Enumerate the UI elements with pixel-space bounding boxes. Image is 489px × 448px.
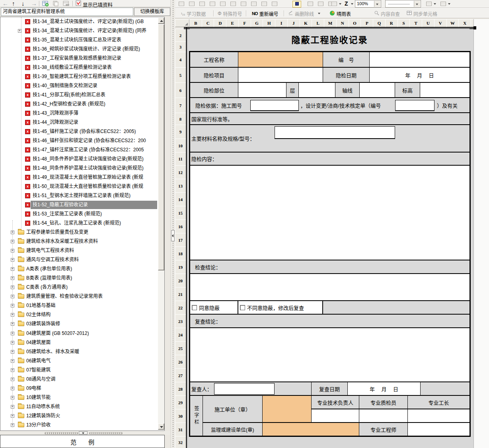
row-header[interactable]: 25 xyxy=(175,341,186,355)
column-header[interactable]: D xyxy=(214,19,226,27)
zoom-dropdown-button[interactable] xyxy=(374,1,380,7)
template-library-name[interactable]: 河南省建筑工程资料管理系统 xyxy=(1,8,133,16)
row-header[interactable]: 24 xyxy=(175,328,186,342)
expand-icon[interactable]: + xyxy=(11,249,14,252)
toolbar-icon[interactable] xyxy=(260,1,268,7)
expand-icon[interactable]: + xyxy=(11,378,14,381)
expand-icon[interactable]: + xyxy=(11,313,14,317)
tree-folder-item[interactable]: +04建筑屋面 xyxy=(0,338,157,347)
row-header[interactable]: 10 xyxy=(175,139,186,153)
expand-icon[interactable]: + xyxy=(11,341,14,344)
tree-doc-item[interactable]: x技1-39_智能建筑工程分项工程质量检测记录表 xyxy=(0,72,157,81)
toolbar-icon[interactable] xyxy=(439,1,447,7)
column-header[interactable]: M xyxy=(324,19,337,27)
row-header[interactable]: 15 xyxy=(175,206,186,220)
tree-folder-item[interactable]: +工程参建单位质量责任及变更 xyxy=(0,228,157,237)
line-style-dropdown-button[interactable] xyxy=(414,1,420,7)
tree-doc-item[interactable]: x技1-53_注浆施工记录表 (新规范) xyxy=(0,209,157,219)
tree-doc-item[interactable]: x技1-48_同条件养护混凝土试块强度验收记录(新规范) xyxy=(0,155,157,164)
row-header[interactable]: 29 xyxy=(175,395,186,409)
tree-scroll-down-button[interactable] xyxy=(158,423,164,430)
toolbar-icon[interactable] xyxy=(208,1,216,7)
tree-doc-item[interactable]: x技1-50_现浇混凝土大直径管桩质量检验记录表 (新规 xyxy=(0,182,157,191)
collapse-down-button[interactable] xyxy=(79,431,88,434)
dropdown-arrow-icon[interactable] xyxy=(339,3,341,5)
expand-icon[interactable]: + xyxy=(18,29,21,33)
expand-icon[interactable]: + xyxy=(11,396,14,399)
toolbar-icon[interactable] xyxy=(177,1,185,7)
row-header[interactable]: 26 xyxy=(175,355,186,369)
column-header[interactable]: F xyxy=(238,19,251,27)
column-header[interactable]: T xyxy=(409,19,422,27)
row-header[interactable]: 4 xyxy=(175,52,186,68)
dropdown-arrow-icon[interactable] xyxy=(434,3,436,5)
tree-doc-item[interactable]: x技1-38_线缆敷设工程质量检测记录表 xyxy=(0,63,157,72)
tree-folder-item[interactable]: +B类表 (监理单位用表) xyxy=(0,274,157,283)
freeze-pane-handle[interactable] xyxy=(473,26,476,29)
column-header[interactable]: U xyxy=(422,19,434,27)
remove-table-icon[interactable] xyxy=(63,0,70,8)
tree-doc-item[interactable]: x技1-37_工程安装质量及观感质量检测记录 xyxy=(0,54,157,63)
column-header[interactable]: L xyxy=(312,19,324,27)
row-header[interactable]: 23 xyxy=(175,314,186,328)
toolbar-icon[interactable] xyxy=(317,1,325,7)
picture-icon[interactable] xyxy=(330,1,338,7)
row-header[interactable]: 19 xyxy=(175,260,186,274)
expand-icon[interactable]: + xyxy=(11,387,14,390)
recheck-date-cell[interactable]: 年 月 日 xyxy=(347,382,421,395)
expand-icon[interactable]: + xyxy=(11,350,14,354)
tree-doc-item[interactable]: x技1-54_钻孔、注浆孔施工记录表 (新规范) xyxy=(0,219,157,228)
tree-folder-item[interactable]: +建筑质量管理、检查验收记录常用表 xyxy=(0,292,157,301)
column-header[interactable]: G xyxy=(251,19,263,27)
row-header[interactable]: 27 xyxy=(175,368,186,382)
supervisor-stamp-cell[interactable] xyxy=(262,423,359,436)
toolbar-icon[interactable] xyxy=(240,1,247,7)
tech-head-sign-cell[interactable] xyxy=(311,409,359,423)
copy-table-icon[interactable] xyxy=(53,0,59,8)
row-header[interactable]: 7 xyxy=(175,98,186,113)
row-header[interactable]: 28 xyxy=(175,382,186,396)
tree-doc-item[interactable]: x技1-45_锚杆施工记录 (协会标准CECS22：2005) xyxy=(0,127,157,136)
column-header[interactable]: P xyxy=(360,19,373,27)
toolbar-button-barometer[interactable]: 晴雨表 xyxy=(329,10,351,18)
expand-icon[interactable]: + xyxy=(11,322,14,326)
column-header[interactable]: B xyxy=(189,19,202,27)
tree-doc-item[interactable]: x技1-40_强制措施条文检测记录 xyxy=(0,81,157,90)
tree-folder-item[interactable]: +C类表 (各方通用表) xyxy=(0,283,157,292)
expand-icon[interactable]: + xyxy=(11,368,14,372)
line-style-combo[interactable] xyxy=(385,0,421,8)
select-all-corner[interactable] xyxy=(175,19,189,27)
tree-folder-item[interactable]: +04建筑屋面 (GB 50207-2012) xyxy=(0,329,157,338)
row-header[interactable]: 8 xyxy=(175,113,186,125)
tree-folder-item[interactable]: +05建筑给水、排水及采暖 xyxy=(0,347,157,356)
tree-scroll-up-button[interactable] xyxy=(158,18,164,24)
tree-folder-item[interactable]: +11自动喷水系统 xyxy=(0,402,157,411)
tree-folder-item[interactable]: +A类表 (承包单位用表) xyxy=(0,264,157,274)
tree-scrollbar-thumb[interactable] xyxy=(158,24,164,270)
tree-folder-item[interactable]: +建筑给水排水及采暖工程技术资料 xyxy=(0,237,157,246)
horizontal-splitter[interactable] xyxy=(0,431,170,435)
toolbar-button-magnifier[interactable]: 内容自查 xyxy=(374,10,400,18)
expand-icon[interactable]: + xyxy=(11,231,14,234)
column-header[interactable]: O xyxy=(349,19,361,27)
toolbar-icon[interactable] xyxy=(306,1,314,7)
expand-icon[interactable]: + xyxy=(11,332,14,335)
row-header[interactable]: 11 xyxy=(175,152,186,166)
toolbar-icon[interactable] xyxy=(250,1,258,7)
floor-cell[interactable] xyxy=(298,82,335,98)
expand-icon[interactable]: + xyxy=(11,405,14,409)
column-header[interactable]: Q xyxy=(373,19,386,27)
toolbar-icon[interactable] xyxy=(219,1,227,7)
tree-folder-item[interactable]: +12建筑装饰防火 xyxy=(0,411,157,421)
elevation-cell[interactable] xyxy=(420,82,470,98)
column-header[interactable]: I xyxy=(275,19,288,27)
tree-folder-item[interactable]: +建筑电气工程技术资料 xyxy=(0,246,157,255)
agree-checkbox[interactable] xyxy=(192,305,197,310)
column-header[interactable]: C xyxy=(202,19,214,27)
row-header[interactable]: 9 xyxy=(175,125,186,139)
column-header[interactable]: H xyxy=(263,19,275,27)
tree-doc-item[interactable]: x技1-34_混凝土试块强度统计、评定记录(新规范) (GB xyxy=(0,17,157,26)
toolbar-button-no[interactable]: NO重新编号 xyxy=(252,10,279,18)
column-header[interactable]: W xyxy=(446,19,459,27)
row-header[interactable]: 12 xyxy=(175,165,186,179)
